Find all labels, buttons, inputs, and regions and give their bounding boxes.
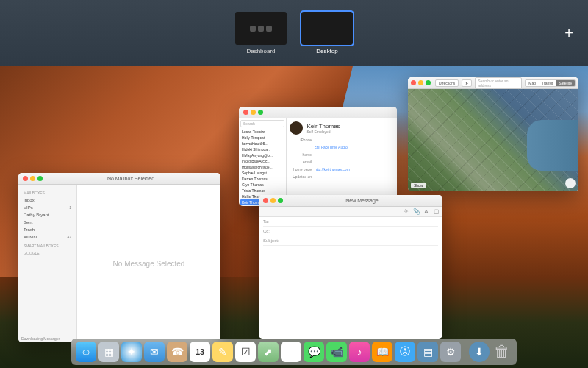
dock-facetime[interactable]: 📹 xyxy=(326,342,347,362)
contacts-search-input[interactable]: Search xyxy=(240,120,284,127)
dock-trash[interactable]: 🗑 xyxy=(492,342,512,362)
dock-maps[interactable]: ⬈ xyxy=(258,342,279,362)
contact-item[interactable]: Holly Tempest xyxy=(240,135,284,141)
compose-header-fields: To: Cc: Subject: xyxy=(259,217,442,246)
compose-toolbar: ✈ 📎 A ▢ xyxy=(259,207,442,217)
mail-empty-state: No Message Selected xyxy=(77,185,220,342)
sidebar-item-sent[interactable]: Sent xyxy=(21,219,74,226)
format-icon[interactable]: A xyxy=(423,209,429,215)
dashboard-thumbnail xyxy=(235,12,287,45)
photo-icon[interactable]: ▢ xyxy=(434,209,440,215)
map-canvas[interactable]: Show xyxy=(408,89,578,191)
dock-launchpad[interactable]: ▦ xyxy=(98,342,119,362)
sidebar-item-vips[interactable]: VIPs1 xyxy=(21,204,74,211)
traffic-lights xyxy=(23,176,43,181)
window-title: New Message xyxy=(286,198,438,203)
contact-item[interactable]: info@BlueArc.c... xyxy=(240,158,284,164)
contacts-list[interactable]: Search Lucas Teixeira Holly Tempest herv… xyxy=(239,118,287,206)
sidebar-item-vip-person[interactable]: Cathy Bryant xyxy=(21,211,74,219)
field-label: home xyxy=(290,152,312,157)
section-label: Mailboxes xyxy=(24,191,71,195)
maps-search-input[interactable]: Search or enter an address xyxy=(475,77,522,89)
contact-item[interactable]: Lucas Teixeira xyxy=(240,129,284,135)
seg-map[interactable]: Map xyxy=(526,80,539,86)
close-icon[interactable] xyxy=(263,198,268,203)
space-label: Desktop xyxy=(301,48,353,54)
minimize-icon[interactable] xyxy=(418,80,423,85)
contacts-window[interactable]: Search Lucas Teixeira Holly Tempest herv… xyxy=(239,107,397,206)
seg-satellite[interactable]: Satellite xyxy=(556,80,575,86)
to-field[interactable]: To: xyxy=(263,217,438,227)
section-label: Smart Mailboxes xyxy=(24,244,71,248)
field-label xyxy=(290,145,312,149)
space-dashboard[interactable]: Dashboard xyxy=(235,12,287,54)
cc-field[interactable]: Cc: xyxy=(263,227,438,236)
dock-messages[interactable]: 💬 xyxy=(304,342,324,362)
dock-appstore[interactable]: Ⓐ xyxy=(395,342,415,362)
seg-transit[interactable]: Transit xyxy=(539,80,556,86)
sidebar-item-trash[interactable]: Trash xyxy=(21,226,74,233)
contact-item[interactable]: hervethiault05... xyxy=(240,141,284,146)
contact-item[interactable]: Darren Thomas xyxy=(240,176,284,182)
maximize-icon[interactable] xyxy=(258,110,263,115)
dock-ibooks[interactable]: 📖 xyxy=(372,342,392,362)
dock-separator xyxy=(465,343,465,361)
field-label: iPhone xyxy=(290,138,312,142)
directions-button[interactable]: Directions xyxy=(435,79,459,87)
contact-item[interactable]: Sophie Livingst... xyxy=(240,170,284,176)
close-icon[interactable] xyxy=(243,110,248,115)
dock-finder[interactable]: ☺ xyxy=(76,342,96,362)
contact-item[interactable]: Trista Thomas xyxy=(240,188,284,194)
sidebar-item-inbox[interactable]: Inbox xyxy=(21,197,74,204)
dock-photos[interactable]: ✿ xyxy=(281,342,301,362)
minimize-icon[interactable] xyxy=(251,110,256,115)
maximize-icon[interactable] xyxy=(37,176,43,181)
mail-titlebar[interactable]: No Mailbox Selected xyxy=(18,173,220,185)
contact-item[interactable]: Hideki Shimoda... xyxy=(240,146,284,152)
dock-downloads[interactable]: ⬇ xyxy=(469,342,490,362)
desktop-area: Search Lucas Teixeira Holly Tempest herv… xyxy=(0,66,588,368)
mail-window[interactable]: No Mailbox Selected Mailboxes Inbox VIPs… xyxy=(18,173,220,342)
contact-item[interactable]: thomas@chrisde... xyxy=(240,164,284,170)
compose-window[interactable]: New Message ✈ 📎 A ▢ To: Cc: Subject: xyxy=(259,195,442,339)
dock-calendar[interactable]: 13 xyxy=(190,342,210,362)
dock-notes[interactable]: ✎ xyxy=(212,342,233,362)
location-button[interactable]: ➤ xyxy=(462,79,472,87)
minimize-icon[interactable] xyxy=(30,176,35,181)
add-space-button[interactable]: + xyxy=(564,25,573,42)
contact-subtitle: Self Employed xyxy=(306,130,340,134)
dock-itunes[interactable]: ♪ xyxy=(349,342,370,362)
space-label: Dashboard xyxy=(235,48,287,54)
field-label: Updated on xyxy=(290,174,312,179)
dock-reminders[interactable]: ☑ xyxy=(235,342,256,362)
dock-system-preferences[interactable]: ⚙ xyxy=(440,342,461,362)
sidebar-item-allmail[interactable]: All Mail47 xyxy=(21,233,74,241)
show-button[interactable]: Show xyxy=(411,183,426,188)
contacts-titlebar[interactable] xyxy=(239,107,397,118)
dock-mail[interactable]: ✉ xyxy=(144,342,165,362)
subject-field[interactable]: Subject: xyxy=(263,236,438,246)
close-icon[interactable] xyxy=(411,80,416,85)
dock-safari[interactable]: ✦ xyxy=(121,342,142,362)
contact-item[interactable]: Glyn Thomas xyxy=(240,182,284,188)
facetime-link[interactable]: call FaceTime Audio xyxy=(315,145,348,149)
close-icon[interactable] xyxy=(23,176,28,181)
compass-icon[interactable] xyxy=(565,178,576,188)
compose-body-editor[interactable] xyxy=(259,246,442,319)
traffic-lights xyxy=(263,198,283,203)
minimize-icon[interactable] xyxy=(270,198,276,203)
dock-preview[interactable]: ▤ xyxy=(417,342,438,362)
contact-detail-pane: Keir Thomas Self Employed iPhone call Fa… xyxy=(287,118,397,206)
space-desktop[interactable]: Desktop xyxy=(301,12,353,54)
homepage-link[interactable]: http://keirthomas.com xyxy=(315,167,350,171)
compose-titlebar[interactable]: New Message xyxy=(259,195,442,207)
map-type-segmented: Map Transit Satellite xyxy=(525,79,576,87)
maximize-icon[interactable] xyxy=(426,80,431,85)
maximize-icon[interactable] xyxy=(278,198,283,203)
contact-name: Keir Thomas xyxy=(306,123,340,130)
attach-icon[interactable]: 📎 xyxy=(413,209,419,215)
contact-item[interactable]: HMayAnyang@o... xyxy=(240,152,284,158)
dock-contacts[interactable]: ☎ xyxy=(167,342,187,362)
send-icon[interactable]: ✈ xyxy=(403,209,409,215)
maps-window[interactable]: Directions ➤ Search or enter an address … xyxy=(408,77,578,191)
